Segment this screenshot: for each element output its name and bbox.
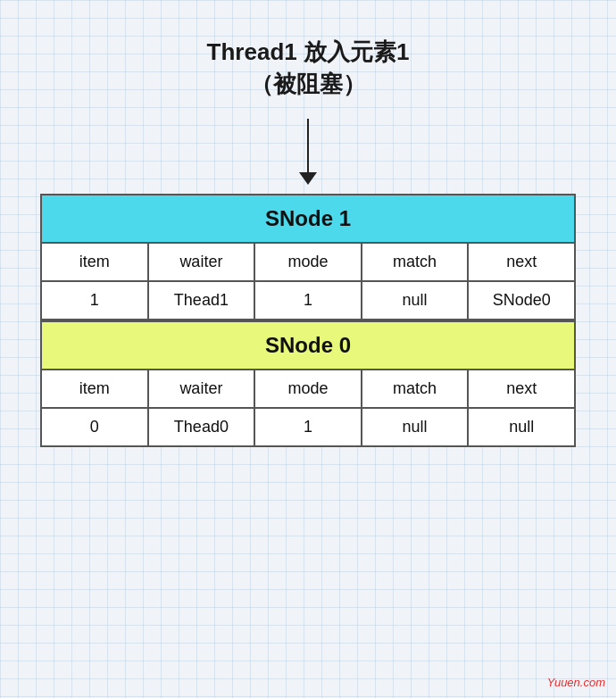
snode1-col-waiter: waiter — [149, 244, 256, 280]
snode0-next: null — [469, 409, 574, 445]
snode1-mode: 1 — [255, 282, 362, 319]
snode1-next: SNode0 — [469, 282, 574, 319]
snode1-data-row: 1 Thead1 1 null SNode0 — [42, 282, 574, 320]
snode0-col-match: match — [362, 370, 470, 407]
snode0-col-item: item — [42, 370, 149, 407]
snode0-match: null — [362, 409, 470, 445]
snode0-header-row: item waiter mode match next — [42, 370, 574, 409]
arrow-line — [307, 119, 309, 172]
snode1-header: SNode 1 — [42, 195, 574, 244]
snode0-label: SNode 0 — [265, 333, 351, 357]
snode1-match: null — [362, 282, 470, 319]
nodes-wrapper: SNode 1 item waiter mode match next 1 Th… — [40, 194, 576, 447]
snode0-col-waiter: waiter — [149, 370, 256, 407]
snode1-col-mode: mode — [255, 244, 362, 280]
title-line2: （被阻塞） — [207, 68, 410, 100]
snode1-label: SNode 1 — [265, 206, 351, 230]
snode0-header: SNode 0 — [42, 320, 574, 370]
snode1-col-item: item — [42, 244, 149, 280]
snode0-data-row: 0 Thead0 1 null null — [42, 409, 574, 445]
snode0-item: 0 — [42, 409, 149, 445]
title-block: Thread1 放入元素1 （被阻塞） — [207, 36, 410, 101]
arrow-container — [299, 119, 317, 185]
snode0-waiter: Thead0 — [149, 409, 256, 445]
snode0-col-mode: mode — [255, 370, 362, 407]
watermark: Yuuen.com — [547, 676, 605, 689]
snode1-col-match: match — [362, 244, 470, 280]
main-container: Thread1 放入元素1 （被阻塞） SNode 1 item waiter … — [0, 0, 616, 447]
snode1-header-row: item waiter mode match next — [42, 244, 574, 282]
snode0-mode: 1 — [255, 409, 362, 445]
arrow-head — [299, 172, 317, 185]
snode1-item: 1 — [42, 282, 149, 319]
snode0-col-next: next — [469, 370, 574, 407]
title-line1: Thread1 放入元素1 — [207, 36, 410, 68]
snode1-col-next: next — [469, 244, 574, 280]
snode1-waiter: Thead1 — [149, 282, 256, 319]
